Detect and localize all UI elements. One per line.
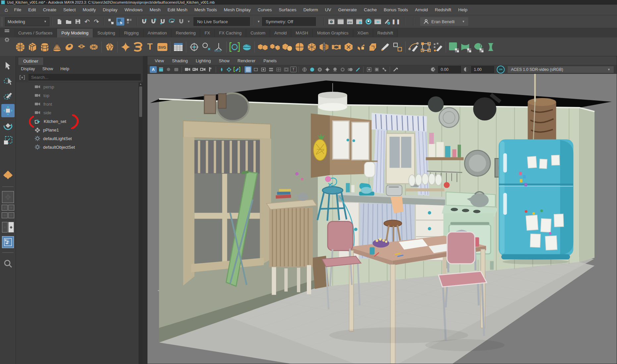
- ipr-render-icon[interactable]: IPR: [346, 18, 354, 26]
- resolution-gate-icon[interactable]: [260, 66, 267, 73]
- quad-draw-icon[interactable]: [432, 40, 444, 54]
- target-weld-icon[interactable]: [391, 40, 404, 54]
- boolean-icon[interactable]: [281, 40, 293, 54]
- gamma-field[interactable]: [471, 66, 494, 73]
- move-to-origin-icon[interactable]: 0,0,0: [212, 40, 225, 54]
- poly-torus-icon[interactable]: [63, 40, 75, 54]
- menu-mesh-display[interactable]: Mesh Display: [220, 7, 254, 12]
- smooth-icon[interactable]: [293, 40, 306, 54]
- shelf-tab-xgen[interactable]: XGen: [353, 29, 373, 37]
- safe-action-icon[interactable]: [283, 66, 290, 73]
- xray-joints-icon[interactable]: [381, 66, 388, 73]
- super-shape-icon[interactable]: [119, 40, 132, 54]
- sculpt-tool-icon[interactable]: [448, 40, 460, 54]
- shadows-icon[interactable]: [331, 66, 338, 73]
- film-gate-icon[interactable]: [252, 66, 259, 73]
- layout-split-right-button[interactable]: [8, 222, 14, 233]
- select-component-mode-icon[interactable]: [126, 18, 134, 26]
- bevel-icon[interactable]: [367, 40, 379, 54]
- menu-mesh-tools[interactable]: Mesh Tools: [191, 7, 220, 12]
- shelf-tab-menu-icon[interactable]: [4, 29, 10, 32]
- oversca-gear-icon[interactable]: [226, 66, 233, 73]
- viewport-menu-panels[interactable]: Panels: [259, 58, 281, 63]
- home-icon[interactable]: ⌂: [2, 6, 11, 14]
- menu-edit[interactable]: Edit: [25, 7, 39, 12]
- lock-camera-icon[interactable]: [165, 66, 172, 73]
- smooth-shading-icon[interactable]: [308, 66, 315, 73]
- field-chart-icon[interactable]: [275, 66, 282, 73]
- menu-redshift[interactable]: Redshift: [431, 7, 455, 12]
- motion-blur-icon[interactable]: [347, 66, 354, 73]
- kitchen-scene[interactable]: [147, 74, 617, 364]
- grease-pencil-icon[interactable]: [233, 66, 240, 73]
- outliner-scrollbar[interactable]: ▲: [139, 82, 143, 364]
- poly-sphere-icon[interactable]: [14, 40, 26, 54]
- center-pivot-icon[interactable]: [188, 40, 200, 54]
- exposure-icon[interactable]: [429, 66, 436, 73]
- outliner-tab[interactable]: Outliner: [18, 57, 44, 65]
- shelf-tab-fx-caching[interactable]: FX Caching: [215, 29, 246, 37]
- layout-outliner-persp-button[interactable]: [2, 236, 14, 248]
- image-plane-icon[interactable]: [199, 66, 206, 73]
- fill-hole-icon[interactable]: [342, 40, 355, 54]
- menu-generate[interactable]: Generate: [335, 7, 360, 12]
- menu-curves[interactable]: Curves: [254, 7, 275, 12]
- sweep-mesh-icon[interactable]: [172, 40, 184, 54]
- move-tool-icon[interactable]: [1, 104, 15, 117]
- user-account-menu[interactable]: Eran Benelli ▼: [420, 17, 468, 26]
- viewport-menu-renderer[interactable]: Renderer: [234, 58, 259, 63]
- save-scene-icon[interactable]: [74, 18, 82, 26]
- isolate-select-icon[interactable]: [365, 66, 372, 73]
- svg-tool-icon[interactable]: SVG: [156, 40, 168, 54]
- grab-sculpt-tool-icon[interactable]: [472, 40, 484, 54]
- wireframe-shading-icon[interactable]: [301, 66, 308, 73]
- shelf-tab-redshift[interactable]: Redshift: [373, 29, 398, 37]
- snap-projected-center-icon[interactable]: [168, 18, 176, 26]
- bookmark-camera-icon[interactable]: [192, 66, 198, 73]
- layout-two-pane-side-button[interactable]: [8, 212, 14, 218]
- crease-tool-icon[interactable]: [407, 40, 420, 54]
- shelf-tab-custom[interactable]: Custom: [246, 29, 270, 37]
- bridge-icon[interactable]: [330, 40, 342, 54]
- outliner-item-pplane1[interactable]: pPlane1: [16, 126, 139, 134]
- lasso-tool-icon[interactable]: [1, 74, 15, 87]
- rotate-tool-icon[interactable]: [1, 119, 15, 132]
- outliner-item-default-light-set[interactable]: defaultLightSet: [16, 134, 139, 143]
- symmetry-chevron-icon[interactable]: ▼: [257, 20, 260, 23]
- use-all-lights-icon[interactable]: [324, 66, 331, 73]
- scroll-up-icon[interactable]: ▲: [140, 82, 142, 86]
- shelf-tab-arnold[interactable]: Arnold: [270, 29, 292, 37]
- shelf-tab-animation[interactable]: Animation: [143, 29, 172, 37]
- outliner-menu-display[interactable]: Display: [17, 66, 39, 71]
- poly-helix-icon[interactable]: [132, 40, 144, 54]
- shelf-tab-mash[interactable]: MASH: [291, 29, 313, 37]
- poly-cube-icon[interactable]: [26, 40, 38, 54]
- select-highlight-icon[interactable]: [157, 66, 164, 73]
- statusline-grip[interactable]: [1, 17, 3, 26]
- menu-bonus-tools[interactable]: Bonus Tools: [380, 7, 411, 12]
- paint-select-tool-icon[interactable]: [1, 89, 15, 102]
- camera-attributes-icon[interactable]: [173, 66, 180, 73]
- live-surface-field[interactable]: No Live Surface: [194, 17, 250, 26]
- shelf-tab-fx[interactable]: FX: [200, 29, 215, 37]
- panel-divider[interactable]: [143, 56, 147, 364]
- outliner-item-front[interactable]: front: [16, 100, 139, 108]
- mirror-icon[interactable]: [318, 40, 330, 54]
- shelf-tab-rigging[interactable]: Rigging: [120, 29, 143, 37]
- menu-deform[interactable]: Deform: [300, 7, 321, 12]
- symmetry-field[interactable]: Symmetry: Off: [262, 17, 316, 26]
- viewport-menu-lighting[interactable]: Lighting: [192, 58, 215, 63]
- new-scene-icon[interactable]: [55, 18, 63, 26]
- edit-pivot-icon[interactable]: [420, 40, 432, 54]
- menu-display[interactable]: Display: [99, 7, 121, 12]
- make-live-surface-icon[interactable]: [228, 40, 241, 54]
- outliner-item-side[interactable]: side: [16, 108, 139, 117]
- menu-mesh[interactable]: Mesh: [146, 7, 164, 12]
- select-tool-icon[interactable]: [1, 59, 15, 73]
- select-camera-icon[interactable]: [184, 66, 191, 73]
- hypershade-icon[interactable]: [365, 18, 372, 26]
- grid-toggle-icon[interactable]: [245, 66, 252, 73]
- poly-cylinder-icon[interactable]: [38, 40, 51, 54]
- shelf-gear-icon[interactable]: [4, 37, 10, 42]
- menu-set-selector[interactable]: Modeling▼: [5, 17, 49, 26]
